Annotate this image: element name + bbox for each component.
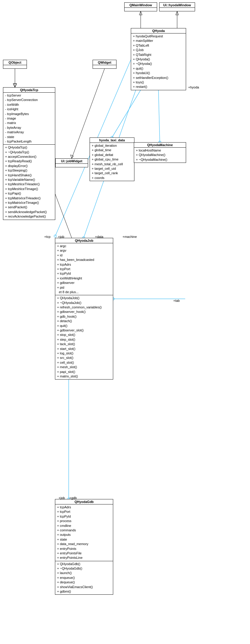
qhyodagdb-attr-7: + outputs xyxy=(57,533,111,537)
qhyodajob-method-14: + src_slot() xyxy=(57,356,111,360)
qhyodatcp-method-5: + displayError() xyxy=(5,164,53,168)
qhyodatcp-attributes: - tcpServer - tcpServerConnection - iceW… xyxy=(3,93,55,145)
qhyodagdb-title: QHyodaGdb xyxy=(55,499,113,504)
qhyodatcp-methods: + QHyodaTcp() + ~QHyodaTcp() + acceptCon… xyxy=(3,145,55,219)
qhyodajob-method-9: + stop_slot() xyxy=(57,333,111,337)
qhyodajob-method-7: + quit() xyxy=(57,324,111,328)
svg-line-14 xyxy=(158,85,160,142)
hyodataxidata-title: hyoda_taxi_data xyxy=(90,138,134,143)
hyodataxidata-member-4: + global_cpu_time xyxy=(92,157,132,162)
hyodataxidata-member-3: + global_deltat xyxy=(92,153,132,157)
qhyodajob-title: QHyodaJob xyxy=(55,238,113,243)
qhyodajob-method-2: + ~QHyodaJob() xyxy=(57,301,111,305)
qhyodatcp-method-11: + tcpPapi() xyxy=(5,191,53,196)
qhyodagdb-methods: + QHyodaGdb() + ~QHyodaGdb() + launch() … xyxy=(55,561,113,595)
qhyoda-member-5: + QTabRight xyxy=(133,53,184,57)
qhyodajob-method-4: + gdbserver_hook() xyxy=(57,310,111,314)
qhyodatcp-method-9: + tcpMeshIceTHeader() xyxy=(5,182,53,186)
qhyoda-member-7: + ~QHyoda() xyxy=(133,62,184,66)
qhyodagdb-attr-1: + tcpAdrs xyxy=(57,505,111,510)
qmainwindow-title: QMainWindow xyxy=(125,3,157,8)
qhyoda-members: + hyodaQuitRequest + mainSplitter + QTab… xyxy=(131,33,186,90)
qhyodatcp-attr-6: - image xyxy=(5,116,53,121)
svg-line-12 xyxy=(112,85,143,137)
qhyodamachine-member-3: + ~QHyodaMachine() xyxy=(136,157,184,162)
hyodataxidata-box: hyoda_taxi_data + global_iteration + glo… xyxy=(90,137,134,181)
qhyodajob-attr-10: + pid xyxy=(57,285,111,290)
qhyodatcp-attr-5: - tcpImageBytes xyxy=(5,112,53,116)
label-job-gdb: +job xyxy=(59,496,65,500)
uihyodawindow-title: Ui::hyodaWindow xyxy=(159,3,195,8)
qhyodatcp-box: QHyodaTcp - tcpServer - tcpServerConnect… xyxy=(3,87,55,220)
qhyoda-member-11: + toys() xyxy=(133,80,184,85)
qhyodajob-attributes: + argc + argv + id + has_been_broadcaste… xyxy=(55,243,113,295)
qhyodajob-method-8: + gdbserver_slot() xyxy=(57,328,111,333)
qhyodajob-method-15: + cell_slot() xyxy=(57,360,111,365)
qhyodatcp-attr-8: - byteArray xyxy=(5,126,53,130)
qhyodagdb-attr-10: + entryPoints xyxy=(57,547,111,551)
qhyodagdb-attr-6: + commands xyxy=(57,528,111,533)
qhyodajob-attr-4: + has_been_broadcasted xyxy=(57,258,111,262)
qobject-box: QObject xyxy=(3,60,27,69)
svg-marker-1 xyxy=(139,11,142,15)
qhyodatcp-attr-10: - state xyxy=(5,135,53,139)
qhyodajob-method-18: + matrix_slot() xyxy=(57,374,111,379)
qhyodajob-attr-1: + argc xyxy=(57,244,111,248)
qhyodagdb-method-1: + QHyodaGdb() xyxy=(57,562,111,566)
qhyodajob-method-12: + start_slot() xyxy=(57,347,111,351)
qmainwindow-box: QMainWindow xyxy=(124,2,157,11)
hyodataxidata-member-8: + coords xyxy=(92,176,132,180)
qhyodajob-methods: + QHyodaJob() + ~QHyodaJob() + refresh_c… xyxy=(55,295,113,379)
qhyodatcp-method-12: + tcpMatrixIceTHeader() xyxy=(5,196,53,201)
qhyoda-member-4: + QJob xyxy=(133,48,184,52)
qhyoda-box: QHyoda + hyodaQuitRequest + mainSplitter… xyxy=(131,28,186,90)
qhyodatcp-attr-11: - tcpPacketLength xyxy=(5,139,53,144)
qhyodagdb-method-7: + gdbmi() xyxy=(57,589,111,594)
qhyodajob-box: QHyodaJob + argc + argv + id + has_been_… xyxy=(55,238,113,380)
qhyodajob-attr-8: + iceWidthHeight xyxy=(57,276,111,281)
qhyodamachine-members: + localHostName + QHyodaMachine() + ~QHy… xyxy=(134,148,186,163)
qhyodajob-attr-3: + id xyxy=(57,253,111,258)
qhyodatcp-method-7: + tcpHandShake() xyxy=(5,173,53,178)
qhyodajob-method-10: + step_slot() xyxy=(57,337,111,342)
qhyodatcp-attr-2: - tcpServerConnection xyxy=(5,98,53,102)
qhyodatcp-attr-9: - matrixArray xyxy=(5,130,53,134)
qhyodatcp-attr-4: - iceHght xyxy=(5,107,53,111)
qhyoda-title: QHyoda xyxy=(131,28,186,33)
label-data: +data xyxy=(95,235,103,238)
qhyoda-member-2: + mainSplitter xyxy=(133,39,184,43)
qhyodajob-attr-2: + argv xyxy=(57,248,111,253)
qhyodagdb-box: QHyodaGdb + tcpAdrs + tcpPort + tcpPyId … xyxy=(55,499,113,595)
qhyodajob-method-17: + papi_slot() xyxy=(57,370,111,374)
qhyodajob-method-5: + gdb_hook() xyxy=(57,314,111,319)
qhyodagdb-method-4: + enqueue() xyxy=(57,576,111,580)
qhyodagdb-attributes: + tcpAdrs + tcpPort + tcpPyId + process … xyxy=(55,504,113,561)
qhyodatcp-method-6: + tcpSleeping() xyxy=(5,168,53,173)
uijobwidget-box: Ui::jobWidget xyxy=(55,158,88,167)
uijobwidget-title: Ui::jobWidget xyxy=(56,159,88,164)
qhyodatcp-method-3: + acceptConnection() xyxy=(5,155,53,159)
qhyodatcp-method-2: + ~QHyodaTcp() xyxy=(5,150,53,155)
label-tcp: +tcp xyxy=(44,235,50,238)
qhyodatcp-method-16: + recvAcknowledgePacket() xyxy=(5,214,53,219)
qhyoda-member-1: + hyodaQuitRequest xyxy=(133,34,184,39)
hyodataxidata-member-2: + global_time xyxy=(92,148,132,152)
qhyodajob-method-6: + detach() xyxy=(57,319,111,323)
qhyodatcp-attr-3: - iceWdth xyxy=(5,103,53,107)
label-hyoda: +hyoda xyxy=(188,85,199,89)
qhyodagdb-method-2: + ~QHyodaGdb() xyxy=(57,566,111,571)
qwidget-title: QWidget xyxy=(93,60,116,65)
label-job: +job xyxy=(58,235,64,238)
qobject-title: QObject xyxy=(3,60,27,65)
hyodataxidata-member-5: + mesh_total_nb_cell xyxy=(92,162,132,166)
label-gdb: +gdb xyxy=(69,496,77,500)
qhyodagdb-method-5: + dequeue() xyxy=(57,580,111,585)
qhyoda-member-6: + QHyoda() xyxy=(133,57,184,62)
qhyodatcp-method-1: + QHyodaTcp() xyxy=(5,145,53,150)
svg-marker-3 xyxy=(176,11,179,15)
qhyodagdb-method-3: + launch() xyxy=(57,571,111,575)
qhyodamachine-member-2: + QHyodaMachine() xyxy=(136,153,184,157)
qhyodatcp-method-4: + tcpReadyRead() xyxy=(5,159,53,163)
qhyodatcp-title: QHyodaTcp xyxy=(3,88,55,93)
svg-marker-21 xyxy=(13,84,17,87)
